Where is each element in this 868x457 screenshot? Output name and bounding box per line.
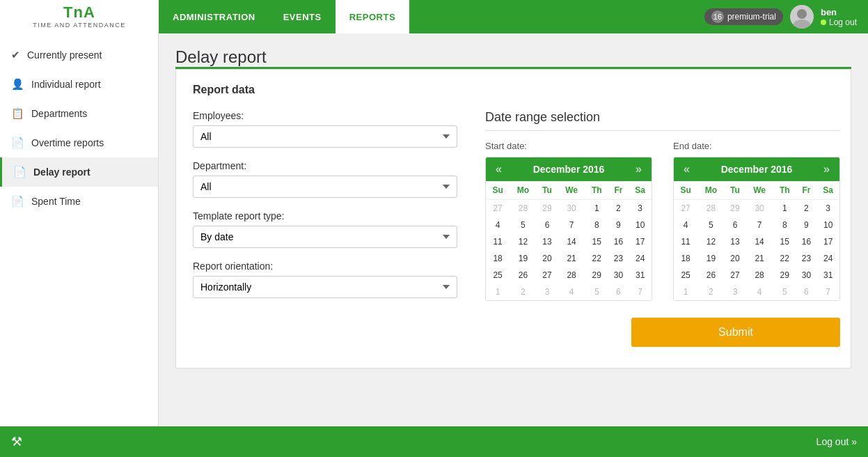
table-row[interactable]: 22 [773,250,796,267]
table-row[interactable]: 15 [773,233,796,250]
table-row[interactable]: 15 [585,233,608,250]
top-logout-link[interactable]: Log out [821,17,857,27]
nav-events[interactable]: EVENTS [269,0,336,33]
table-row[interactable]: 7 [629,284,652,300]
table-row[interactable]: 26 [510,267,537,284]
table-row[interactable]: 29 [773,267,796,284]
table-row[interactable]: 17 [629,233,652,250]
table-row[interactable]: 25 [674,267,697,284]
table-row[interactable]: 28 [558,267,585,284]
table-row[interactable]: 12 [697,233,725,250]
table-row[interactable]: 2 [697,284,725,300]
table-row[interactable]: 3 [816,200,839,217]
table-row[interactable]: 4 [558,284,585,300]
table-row[interactable]: 14 [558,233,585,250]
table-row[interactable]: 31 [629,267,652,284]
table-row[interactable]: 29 [537,200,558,217]
table-row[interactable]: 3 [725,284,746,300]
template-select[interactable]: By date [193,226,457,248]
table-row[interactable]: 27 [674,200,697,217]
table-row[interactable]: 7 [558,217,585,233]
table-row[interactable]: 16 [608,233,629,250]
table-row[interactable]: 1 [585,200,608,217]
table-row[interactable]: 5 [697,217,725,233]
table-row[interactable]: 28 [745,267,773,284]
table-row[interactable]: 22 [585,250,608,267]
start-cal-next[interactable]: » [633,163,645,176]
table-row[interactable]: 6 [537,217,558,233]
table-row[interactable]: 27 [486,200,510,217]
table-row[interactable]: 30 [796,267,817,284]
table-row[interactable]: 17 [816,233,839,250]
table-row[interactable]: 27 [537,267,558,284]
table-row[interactable]: 2 [510,284,537,300]
sidebar-item-currently-present[interactable]: ✔ Currently present [0,40,158,70]
sidebar-item-individual-report[interactable]: 👤 Individual report [0,70,158,99]
footer-logout[interactable]: Log out » [816,436,857,447]
table-row[interactable]: 2 [796,200,817,217]
table-row[interactable]: 23 [608,250,629,267]
table-row[interactable]: 5 [773,284,796,300]
table-row[interactable]: 24 [816,250,839,267]
nav-reports[interactable]: REPORTS [336,0,409,33]
table-row[interactable]: 10 [816,217,839,233]
end-cal-prev[interactable]: « [681,163,693,176]
table-row[interactable]: 28 [510,200,537,217]
employees-select[interactable]: All [193,125,457,148]
department-select[interactable]: All [193,176,457,198]
table-row[interactable]: 18 [486,250,510,267]
table-row[interactable]: 11 [486,233,510,250]
table-row[interactable]: 28 [697,200,725,217]
table-row[interactable]: 21 [745,250,773,267]
table-row[interactable]: 18 [674,250,697,267]
table-row[interactable]: 1 [773,200,796,217]
table-row[interactable]: 30 [745,200,773,217]
table-row[interactable]: 7 [745,217,773,233]
end-cal-next[interactable]: » [821,163,833,176]
table-row[interactable]: 27 [725,267,746,284]
table-row[interactable]: 4 [674,217,697,233]
table-row[interactable]: 29 [585,267,608,284]
table-row[interactable]: 29 [725,200,746,217]
sidebar-item-departments[interactable]: 📋 Departments [0,99,158,128]
table-row[interactable]: 19 [697,250,725,267]
table-row[interactable]: 4 [486,217,510,233]
table-row[interactable]: 10 [629,217,652,233]
table-row[interactable]: 30 [558,200,585,217]
table-row[interactable]: 12 [510,233,537,250]
orientation-select[interactable]: Horizontally [193,276,457,298]
table-row[interactable]: 8 [773,217,796,233]
table-row[interactable]: 6 [608,284,629,300]
table-row[interactable]: 21 [558,250,585,267]
table-row[interactable]: 5 [510,217,537,233]
table-row[interactable]: 1 [674,284,697,300]
nav-administration[interactable]: ADMINISTRATION [159,0,269,33]
sidebar-item-overtime-reports[interactable]: 📄 Overtime reports [0,128,158,157]
submit-button[interactable]: Submit [631,318,840,347]
table-row[interactable]: 9 [608,217,629,233]
table-row[interactable]: 24 [629,250,652,267]
table-row[interactable]: 20 [725,250,746,267]
table-row[interactable]: 4 [745,284,773,300]
table-row[interactable]: 9 [796,217,817,233]
table-row[interactable]: 6 [796,284,817,300]
table-row[interactable]: 13 [725,233,746,250]
table-row[interactable]: 1 [486,284,510,300]
table-row[interactable]: 14 [745,233,773,250]
table-row[interactable]: 6 [725,217,746,233]
table-row[interactable]: 31 [816,267,839,284]
start-cal-prev[interactable]: « [493,163,505,176]
table-row[interactable]: 19 [510,250,537,267]
table-row[interactable]: 8 [585,217,608,233]
table-row[interactable]: 2 [608,200,629,217]
table-row[interactable]: 11 [674,233,697,250]
table-row[interactable]: 30 [608,267,629,284]
table-row[interactable]: 26 [697,267,725,284]
table-row[interactable]: 13 [537,233,558,250]
sidebar-item-spent-time[interactable]: 📄 Spent Time [0,187,158,216]
table-row[interactable]: 16 [796,233,817,250]
table-row[interactable]: 3 [537,284,558,300]
table-row[interactable]: 7 [816,284,839,300]
sidebar-item-delay-report[interactable]: 📄 Delay report [0,157,158,187]
table-row[interactable]: 5 [585,284,608,300]
